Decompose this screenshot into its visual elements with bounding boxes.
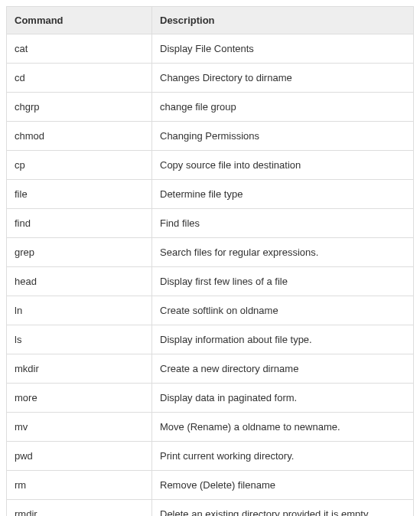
cell-description: Display data in paginated form. xyxy=(152,384,414,413)
table-row: grepSearch files for regular expressions… xyxy=(7,238,414,267)
cell-description: Determine file type xyxy=(152,180,414,209)
table-row: chgrpchange file group xyxy=(7,93,414,122)
cell-command: chmod xyxy=(7,122,152,151)
table-row: rmRemove (Delete) filename xyxy=(7,471,414,500)
cell-description: Remove (Delete) filename xyxy=(152,471,414,500)
cell-description: change file group xyxy=(152,93,414,122)
cell-command: cat xyxy=(7,34,152,64)
table-header-row: Command Description xyxy=(7,7,414,34)
cell-command: more xyxy=(7,384,152,413)
cell-command: find xyxy=(7,209,152,238)
cell-description: Changes Directory to dirname xyxy=(152,64,414,93)
cell-command: rm xyxy=(7,471,152,500)
cell-description: Search files for regular expressions. xyxy=(152,238,414,267)
table-row: headDisplay first few lines of a file xyxy=(7,267,414,296)
header-description: Description xyxy=(152,7,414,34)
table-row: lsDisplay information about file type. xyxy=(7,325,414,354)
table-row: mvMove (Rename) a oldname to newname. xyxy=(7,413,414,442)
cell-description: Create a new directory dirname xyxy=(152,354,414,384)
cell-description: Print current working directory. xyxy=(152,442,414,471)
table-row: chmodChanging Permissions xyxy=(7,122,414,151)
cell-command: mkdir xyxy=(7,354,152,384)
cell-description: Move (Rename) a oldname to newname. xyxy=(152,413,414,442)
cell-command: cp xyxy=(7,151,152,180)
cell-command: file xyxy=(7,180,152,209)
cell-command: chgrp xyxy=(7,93,152,122)
cell-command: ls xyxy=(7,325,152,354)
table-row: lnCreate softlink on oldname xyxy=(7,296,414,325)
cell-command: mv xyxy=(7,413,152,442)
cell-description: Find files xyxy=(152,209,414,238)
command-table: Command Description catDisplay File Cont… xyxy=(6,6,414,516)
table-row: cdChanges Directory to dirname xyxy=(7,64,414,93)
cell-description: Display File Contents xyxy=(152,34,414,64)
cell-command: cd xyxy=(7,64,152,93)
cell-command: grep xyxy=(7,238,152,267)
cell-command: pwd xyxy=(7,442,152,471)
cell-command: rmdir xyxy=(7,500,152,517)
cell-description: Create softlink on oldname xyxy=(152,296,414,325)
cell-description: Copy source file into destination xyxy=(152,151,414,180)
cell-description: Display first few lines of a file xyxy=(152,267,414,296)
cell-command: ln xyxy=(7,296,152,325)
table-row: pwdPrint current working directory. xyxy=(7,442,414,471)
table-row: findFind files xyxy=(7,209,414,238)
cell-description: Delete an existing directory provided it… xyxy=(152,500,414,517)
table-row: mkdirCreate a new directory dirname xyxy=(7,354,414,384)
table-row: fileDetermine file type xyxy=(7,180,414,209)
cell-command: head xyxy=(7,267,152,296)
cell-description: Changing Permissions xyxy=(152,122,414,151)
table-row: moreDisplay data in paginated form. xyxy=(7,384,414,413)
header-command: Command xyxy=(7,7,152,34)
table-row: catDisplay File Contents xyxy=(7,34,414,64)
cell-description: Display information about file type. xyxy=(152,325,414,354)
table-row: rmdirDelete an existing directory provid… xyxy=(7,500,414,517)
table-row: cpCopy source file into destination xyxy=(7,151,414,180)
